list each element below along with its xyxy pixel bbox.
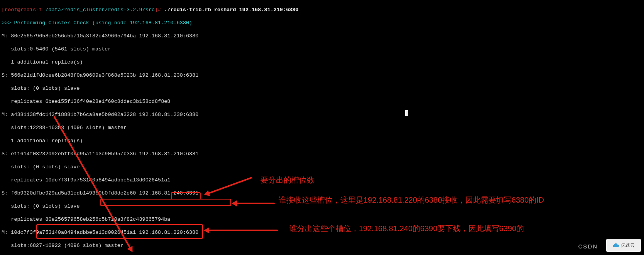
annotation-arrow-2-icon	[236, 203, 275, 204]
line-slave3: S: f6b9320dfbc929ad5a31cdb149360b0fd8de2…	[2, 190, 299, 196]
line-slave1-rep: replicates 6bee155f136f40e28e1f60c8ddec3…	[2, 98, 299, 105]
line-master2-replica: 1 additional replica(s)	[2, 138, 299, 144]
prompt-path: /data/redis_cluster/redis-3.2.9/src	[45, 7, 155, 13]
text-caret-icon	[405, 110, 408, 116]
terminal-output: [root@redis-1 /data/redis_cluster/redis-…	[2, 0, 299, 255]
watermark-csdn: CSDN	[578, 243, 598, 250]
prompt-at: @	[17, 7, 20, 13]
line-check-header: >>> Performing Cluster Check (using node…	[2, 20, 299, 26]
annotation-text-1: 要分出的槽位数	[260, 175, 314, 185]
watermark-logo: 亿速云	[606, 239, 641, 252]
cloud-icon	[612, 242, 619, 249]
prompt-line: [root@redis-1 /data/redis_cluster/redis-…	[2, 7, 299, 13]
prompt-rbracket: ]#	[155, 7, 164, 13]
line-slave3-rep: replicates 80e256579658eb256c5b710a3f82c…	[2, 216, 299, 223]
line-master1: M: 80e256579658eb256c5b710a3f82c43966579…	[2, 33, 299, 39]
line-master2: M: a4381138fdc142f18881b7b6ca8ae5b0d02a3…	[2, 111, 299, 118]
watermark-logo-text: 亿速云	[621, 242, 635, 249]
line-master3-slots: slots:6827-10922 (4096 slots) master	[2, 242, 299, 249]
prompt-cmd: ./redis-trib.rb reshard 192.168.81.210:6…	[164, 7, 298, 13]
line-slave2-rep: replicates 10dc7f3f9a753140a8494adbbe5a1…	[2, 177, 299, 183]
annotation-arrow-3-icon	[208, 230, 278, 231]
annotation-text-2: 谁接收这些槽位，这里是192.168.81.220的6380接收，因此需要填写6…	[279, 195, 544, 205]
line-master1-replica: 1 additional replica(s)	[2, 59, 299, 65]
line-slave2-slots: slots: (0 slots) slave	[2, 164, 299, 170]
line-slave1: S: 566e21d1fd0cee6b2848f0a90609e3f868e50…	[2, 72, 299, 79]
prompt-user: root	[5, 7, 17, 13]
line-master2-slots: slots:12288-16383 (4096 slots) master	[2, 124, 299, 131]
line-master1-slots: slots:0-5460 (5461 slots) master	[2, 46, 299, 52]
annotation-text-3: 谁分出这些个槽位，192.168.81.240的6390要下线，因此填写6390…	[289, 223, 524, 233]
prompt-lbracket: [	[2, 7, 5, 13]
line-slave1-slots: slots: (0 slots) slave	[2, 85, 299, 92]
line-slave2: S: e11614f03232d92ebff06d95a11b3c905957b…	[2, 151, 299, 157]
prompt-host: redis-1	[20, 7, 42, 13]
